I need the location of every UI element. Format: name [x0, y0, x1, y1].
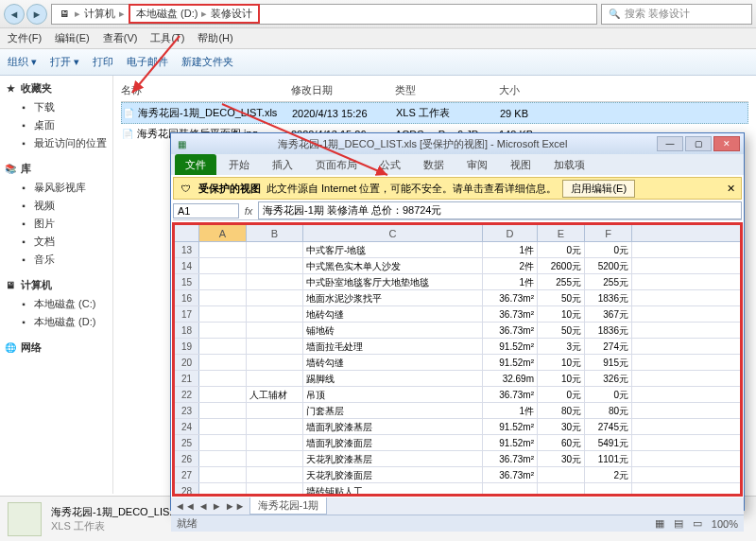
- table-row[interactable]: 18铺地砖36.73m²50元1836元: [175, 323, 740, 339]
- status-ready: 就绪: [177, 516, 198, 531]
- ribbon-tab[interactable]: 加载项: [543, 154, 595, 175]
- table-row[interactable]: 28墙砖铺贴人工: [175, 483, 740, 494]
- fx-icon[interactable]: fx: [239, 205, 258, 217]
- ribbon-tab[interactable]: 开始: [218, 154, 260, 175]
- sidebar-item[interactable]: ▪本地磁盘 (D:): [4, 313, 109, 331]
- col-header-date[interactable]: 修改日期: [291, 83, 395, 97]
- zoom-level[interactable]: 100%: [712, 518, 738, 530]
- crumb-drive[interactable]: 本地磁盘 (D:): [136, 7, 198, 21]
- library-icon: 📚: [4, 163, 17, 176]
- formula-bar[interactable]: 海秀花园-1期 装修清单 总价：98724元: [258, 201, 742, 219]
- view-normal-icon[interactable]: ▦: [655, 517, 664, 530]
- sidebar-item[interactable]: ▪下载: [4, 98, 109, 116]
- sidebar-computer[interactable]: 🖥计算机: [4, 278, 109, 292]
- col-header-D[interactable]: D: [483, 225, 538, 241]
- menu-item[interactable]: 查看(V): [103, 31, 138, 45]
- table-row[interactable]: 14中式黑色实木单人沙发2件2600元5200元: [175, 258, 740, 274]
- ribbon-tab[interactable]: 数据: [413, 154, 455, 175]
- col-header-E[interactable]: E: [538, 225, 585, 241]
- name-box[interactable]: A1: [173, 203, 239, 218]
- col-header-A[interactable]: A: [199, 225, 247, 241]
- search-input[interactable]: 🔍 搜索 装修设计: [601, 4, 752, 25]
- protect-label: 受保护的视图: [198, 182, 261, 196]
- file-row[interactable]: 📄 海秀花园-1期_DECO_LIST.xls2020/4/13 15:26XL…: [121, 102, 748, 124]
- network-icon: 🌐: [4, 341, 17, 355]
- close-button[interactable]: ✕: [713, 136, 740, 151]
- close-banner-icon[interactable]: ✕: [727, 183, 735, 195]
- sidebar-libraries[interactable]: 📚库: [4, 162, 109, 176]
- menu-item[interactable]: 编辑(E): [55, 31, 90, 45]
- enable-editing-button[interactable]: 启用编辑(E): [562, 180, 635, 198]
- col-header-F[interactable]: F: [585, 225, 632, 241]
- table-row[interactable]: 25墙面乳胶漆面层91.52m²60元5491元: [175, 435, 740, 451]
- table-row[interactable]: 27天花乳胶漆面层36.73m²2元: [175, 467, 740, 483]
- col-header-size[interactable]: 大小: [499, 83, 556, 97]
- status-filetype: XLS 工作表: [51, 519, 178, 533]
- crumb-folder[interactable]: 装修设计: [211, 7, 252, 21]
- table-row[interactable]: 15中式卧室地毯客厅大地垫地毯1件255元255元: [175, 274, 740, 290]
- menu-item[interactable]: 帮助(H): [198, 31, 232, 45]
- sidebar-item[interactable]: ▪暴风影视库: [4, 179, 109, 197]
- minimize-button[interactable]: —: [657, 136, 683, 151]
- sidebar-item[interactable]: ▪文档: [4, 233, 109, 251]
- table-row[interactable]: 16地面水泥沙浆找平36.73m²50元1836元: [175, 290, 740, 306]
- excel-icon: ▦: [175, 137, 188, 150]
- ribbon-tab[interactable]: 公式: [369, 154, 411, 175]
- ribbon-tab[interactable]: 文件: [175, 154, 216, 175]
- col-header-C[interactable]: C: [303, 225, 483, 241]
- sidebar-network[interactable]: 🌐网络: [4, 340, 109, 355]
- ribbon-tab[interactable]: 审阅: [456, 154, 498, 175]
- window-title: 海秀花园-1期_DECO_LIST.xls [受保护的视图] - Microso…: [194, 137, 651, 151]
- table-row[interactable]: 17地砖勾缝36.73m²10元367元: [175, 306, 740, 323]
- maximize-button[interactable]: ▢: [685, 136, 712, 151]
- toolbar-item[interactable]: 电子邮件: [127, 55, 168, 69]
- address-bar[interactable]: 🖥 ▸ 计算机 ▸ 本地磁盘 (D:) ▸ 装修设计: [51, 4, 597, 25]
- back-button[interactable]: ◄: [4, 4, 25, 25]
- star-icon: ★: [4, 82, 17, 96]
- sidebar-item[interactable]: ▪最近访问的位置: [4, 134, 109, 152]
- sidebar-item[interactable]: ▪图片: [4, 215, 109, 233]
- crumb-computer[interactable]: 计算机: [84, 7, 115, 21]
- ribbon-tab[interactable]: 插入: [262, 154, 303, 175]
- view-layout-icon[interactable]: ▤: [674, 517, 683, 530]
- toolbar-item[interactable]: 打开 ▾: [50, 55, 79, 69]
- sidebar-item[interactable]: ▪视频: [4, 197, 109, 215]
- menu-item[interactable]: 文件(F): [8, 31, 42, 45]
- menu-item[interactable]: 工具(T): [150, 31, 184, 45]
- sheet-tab[interactable]: 海秀花园-1期: [249, 497, 328, 515]
- protect-message: 此文件源自 Internet 位置，可能不安全。请单击查看详细信息。: [266, 182, 557, 196]
- sidebar-item[interactable]: ▪本地磁盘 (C:): [4, 295, 109, 313]
- table-row[interactable]: 22人工辅材吊顶36.73m²0元0元: [175, 387, 740, 403]
- view-break-icon[interactable]: ▭: [693, 517, 702, 530]
- sidebar-item[interactable]: ▪桌面: [4, 116, 109, 134]
- table-row[interactable]: 19墙面拉毛处理91.52m²3元274元: [175, 339, 740, 355]
- computer-icon: 🖥: [58, 8, 71, 21]
- table-row[interactable]: 21踢脚线32.69m10元326元: [175, 371, 740, 387]
- col-header-name[interactable]: 名称: [121, 83, 291, 97]
- toolbar-item[interactable]: 新建文件夹: [181, 55, 233, 69]
- toolbar-item[interactable]: 打印: [93, 55, 113, 69]
- col-header-B[interactable]: B: [247, 225, 303, 241]
- table-row[interactable]: 26天花乳胶漆基层36.73m²30元1101元: [175, 451, 740, 467]
- sidebar-item[interactable]: ▪音乐: [4, 251, 109, 269]
- table-row[interactable]: 24墙面乳胶漆基层91.52m²30元2745元: [175, 419, 740, 435]
- select-all-corner[interactable]: [175, 225, 199, 241]
- col-header-type[interactable]: 类型: [395, 83, 499, 97]
- forward-button[interactable]: ►: [26, 4, 47, 25]
- status-filename: 海秀花园-1期_DECO_LIS...: [51, 505, 178, 519]
- shield-icon: 🛡: [180, 182, 193, 195]
- table-row[interactable]: 13中式客厅-地毯1件0元0元: [175, 242, 740, 258]
- ribbon-tab[interactable]: 页面布局: [305, 154, 368, 175]
- search-icon: 🔍: [608, 8, 621, 21]
- table-row[interactable]: 23门套基层1件80元80元: [175, 403, 740, 419]
- ribbon-tab[interactable]: 视图: [500, 154, 541, 175]
- file-thumbnail: [8, 502, 42, 536]
- table-row[interactable]: 20墙砖勾缝91.52m²10元915元: [175, 355, 740, 371]
- toolbar-item[interactable]: 组织 ▾: [8, 55, 37, 69]
- computer-icon: 🖥: [4, 279, 17, 292]
- sidebar-favorites[interactable]: ★收藏夹: [4, 81, 109, 96]
